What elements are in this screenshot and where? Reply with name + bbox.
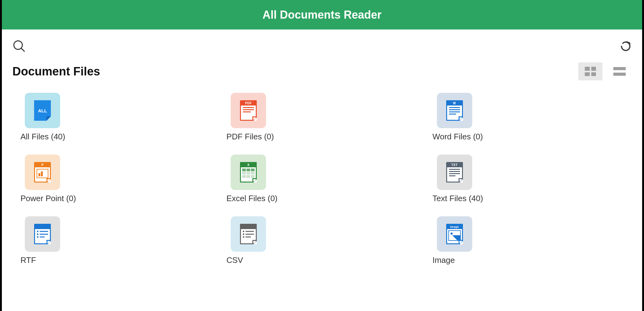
- powerpoint-file-icon: P: [25, 155, 60, 190]
- category-label: Text Files (40): [425, 194, 483, 203]
- section-header: Document Files: [2, 57, 642, 83]
- category-grid: ALL All Files (40) PDF PDF Files (0) W W…: [2, 83, 642, 265]
- section-title: Document Files: [12, 65, 100, 78]
- grid-view-icon: [585, 67, 596, 76]
- csv-file-icon: [231, 216, 266, 252]
- category-powerpoint-files[interactable]: P Power Point (0): [13, 155, 219, 203]
- refresh-icon: [620, 40, 632, 52]
- app-title: All Documents Reader: [262, 8, 381, 21]
- category-image-files[interactable]: Image Image: [425, 216, 631, 265]
- excel-file-icon: X: [231, 155, 266, 190]
- category-text-files[interactable]: TXT Text Files (40): [425, 155, 631, 203]
- category-all-files[interactable]: ALL All Files (40): [13, 93, 219, 142]
- app-header: All Documents Reader: [2, 0, 642, 29]
- svg-line-1: [21, 48, 25, 52]
- category-label: Image: [425, 255, 455, 265]
- category-label: All Files (40): [13, 132, 65, 142]
- category-label: PDF Files (0): [219, 132, 274, 142]
- category-csv-files[interactable]: CSV: [219, 216, 425, 265]
- list-view-button[interactable]: [607, 62, 632, 80]
- rtf-file-icon: [25, 216, 60, 252]
- toolbar: [2, 29, 642, 57]
- refresh-button[interactable]: [618, 38, 633, 55]
- text-file-icon: TXT: [437, 155, 472, 190]
- image-file-icon: Image: [437, 216, 472, 252]
- word-file-icon: W: [437, 93, 472, 128]
- category-pdf-files[interactable]: PDF PDF Files (0): [219, 93, 425, 142]
- svg-point-0: [14, 41, 22, 49]
- category-label: Power Point (0): [13, 194, 76, 203]
- category-excel-files[interactable]: X Excel Files (0): [219, 155, 425, 203]
- search-button[interactable]: [11, 38, 28, 56]
- category-rtf-files[interactable]: RTF: [13, 216, 219, 265]
- category-label: RTF: [13, 255, 36, 265]
- category-word-files[interactable]: W Word Files (0): [425, 93, 631, 142]
- grid-view-button[interactable]: [578, 62, 602, 80]
- pdf-file-icon: PDF: [231, 93, 266, 128]
- category-label: Word Files (0): [425, 132, 483, 142]
- all-files-icon: ALL: [25, 93, 60, 128]
- category-label: Excel Files (0): [219, 194, 278, 203]
- category-label: CSV: [219, 255, 243, 265]
- search-icon: [12, 39, 26, 53]
- list-view-icon: [613, 67, 626, 76]
- view-toggle: [578, 62, 632, 80]
